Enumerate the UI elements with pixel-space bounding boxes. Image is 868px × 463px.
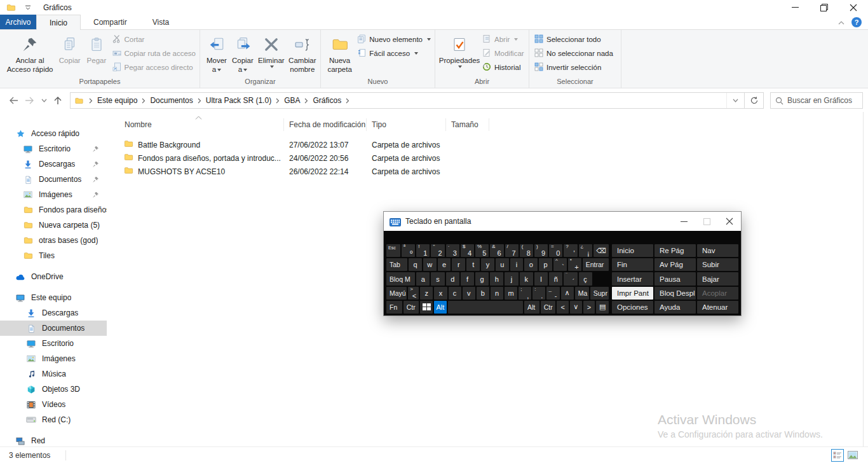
osk-key-alt[interactable]: Alt bbox=[434, 301, 447, 314]
select-none-button[interactable]: No seleccionar nada bbox=[534, 48, 613, 59]
osk-key-3[interactable]: ·3 bbox=[446, 244, 459, 257]
breadcrumb-item-este-equipo[interactable]: Este equipo bbox=[95, 96, 140, 105]
osk-key-q[interactable]: q bbox=[409, 258, 422, 271]
sidebar-item-documentos[interactable]: Documentos bbox=[0, 172, 107, 187]
sidebar-item-nueva-carpeta-5[interactable]: Nueva carpeta (5) bbox=[0, 218, 107, 233]
select-all-button[interactable]: Seleccionar todo bbox=[534, 34, 613, 45]
sidebar-item-este-equipo[interactable]: Este equipo bbox=[0, 290, 107, 305]
osk-key-ctr[interactable]: Ctr bbox=[541, 301, 556, 314]
osk-key-n[interactable]: n bbox=[491, 287, 503, 300]
column-header-tamano[interactable]: Tamaño bbox=[446, 118, 489, 131]
breadcrumb[interactable]: Este equipoDocumentosUltra Pack SR (1.0)… bbox=[70, 92, 745, 109]
sidebar-item-fondos-para-dise-os[interactable]: Fondos para diseños, bbox=[0, 202, 107, 218]
tab-vista[interactable]: Vista bbox=[140, 15, 182, 29]
tab-inicio[interactable]: Inicio bbox=[36, 15, 81, 30]
osk-key-b[interactable]: b bbox=[477, 287, 489, 300]
sidebar-item-m-sica[interactable]: Música bbox=[0, 366, 107, 382]
file-row-mugshots-by-acse10[interactable]: MUGSHOTS BY ACSE1026/06/2022 22:14Carpet… bbox=[124, 165, 863, 178]
sidebar-item-red-c[interactable]: Red (C:) bbox=[0, 412, 107, 427]
osk-key-item[interactable]: :. bbox=[532, 287, 545, 300]
osk-key-pausa[interactable]: Pausa bbox=[654, 272, 696, 285]
thumbnails-view-button[interactable] bbox=[846, 449, 859, 462]
osk-key-7[interactable]: /7 bbox=[505, 244, 519, 257]
forward-button[interactable] bbox=[22, 92, 38, 109]
osk-minimize-button[interactable] bbox=[672, 212, 695, 231]
sidebar-item-im-genes[interactable]: Imágenes bbox=[0, 351, 107, 366]
cut-button[interactable]: Cortar bbox=[112, 34, 196, 45]
osk-key-re-p-g[interactable]: Re Pág bbox=[654, 244, 696, 257]
osk-key-p[interactable]: p bbox=[539, 258, 552, 271]
search-input[interactable] bbox=[787, 96, 857, 105]
sidebar-item-onedrive[interactable]: OneDrive bbox=[0, 269, 107, 284]
edit-button[interactable]: Modificar bbox=[482, 48, 524, 59]
chevron-right-icon[interactable] bbox=[344, 98, 351, 104]
quick-access-toolbar-customize-icon[interactable] bbox=[22, 3, 34, 13]
column-header-fecha[interactable]: Fecha de modificación bbox=[284, 118, 367, 131]
sidebar-item-escritorio[interactable]: Escritorio bbox=[0, 336, 107, 351]
osk-key-supr[interactable]: Supr bbox=[590, 287, 609, 300]
osk-key-av-p-g[interactable]: Av Pág bbox=[654, 258, 696, 271]
help-icon[interactable]: ? bbox=[851, 17, 862, 27]
details-view-button[interactable] bbox=[831, 449, 844, 462]
history-button[interactable]: Historial bbox=[482, 62, 524, 73]
osk-key-item[interactable]: *+ bbox=[568, 258, 581, 271]
sidebar-item-descargas[interactable]: Descargas bbox=[0, 156, 107, 172]
copy-to-button[interactable]: Copiar a bbox=[229, 32, 256, 75]
osk-key-tab[interactable]: Tab bbox=[386, 258, 407, 271]
sidebar-item-v-deos[interactable]: Vídeos bbox=[0, 397, 107, 412]
osk-key-item[interactable]: ñ bbox=[549, 272, 562, 285]
osk-key-f[interactable]: f bbox=[461, 272, 474, 285]
sidebar-item-im-genes[interactable]: Imágenes bbox=[0, 187, 107, 202]
osk-key-z[interactable]: z bbox=[420, 287, 433, 300]
osk-key-item[interactable]: ;, bbox=[519, 287, 531, 300]
breadcrumb-item-gr-ficos[interactable]: Gráficos bbox=[310, 96, 344, 105]
osk-key-subir[interactable]: Subir bbox=[697, 258, 738, 271]
osk-key-item[interactable]: >< bbox=[408, 287, 419, 300]
osk-key-6[interactable]: &6 bbox=[490, 244, 503, 257]
chevron-right-icon[interactable] bbox=[140, 98, 147, 104]
open-button[interactable]: Abrir bbox=[482, 34, 524, 45]
osk-key-t[interactable]: t bbox=[466, 258, 480, 271]
osk-key-item[interactable]: ¿¡ bbox=[579, 244, 592, 257]
osk-key-insertar[interactable]: Insertar bbox=[612, 272, 653, 285]
osk-key-ma[interactable]: Ma bbox=[575, 287, 589, 300]
osk-key-s[interactable]: s bbox=[431, 272, 444, 285]
osk-key-o[interactable]: o bbox=[524, 258, 538, 271]
osk-key-m[interactable]: m bbox=[505, 287, 517, 300]
osk-key-9[interactable]: )9 bbox=[534, 244, 548, 257]
chevron-right-icon[interactable] bbox=[302, 98, 310, 104]
pin-to-quick-access-button[interactable]: Anclar al Acceso rápido bbox=[4, 32, 56, 75]
new-item-button[interactable]: Nuevo elemento bbox=[357, 34, 431, 45]
sidebar-item-acceso-r-pido[interactable]: Acceso rápido bbox=[0, 126, 107, 141]
osk-key-2[interactable]: "2 bbox=[431, 244, 444, 257]
osk-key-item[interactable]: ▤ bbox=[596, 301, 609, 314]
tab-compartir[interactable]: Compartir bbox=[81, 15, 140, 29]
osk-key-4[interactable]: $4 bbox=[461, 244, 474, 257]
sidebar-item-documentos[interactable]: Documentos bbox=[0, 321, 107, 336]
osk-key-h[interactable]: h bbox=[490, 272, 503, 285]
breadcrumb-item-ultra-pack-sr-1-0[interactable]: Ultra Pack SR (1.0) bbox=[203, 96, 274, 105]
refresh-icon[interactable] bbox=[745, 92, 764, 109]
osk-key-l[interactable]: l bbox=[534, 272, 548, 285]
osk-key-nav[interactable]: Nav bbox=[697, 244, 738, 257]
osk-key-acoplar[interactable]: Acoplar bbox=[697, 287, 738, 300]
sidebar-item-tiles[interactable]: Tiles bbox=[0, 248, 107, 263]
osk-key-1[interactable]: !1 bbox=[416, 244, 430, 257]
osk-key-i[interactable]: i bbox=[510, 258, 524, 271]
osk-key-y[interactable]: y bbox=[481, 258, 494, 271]
osk-key-j[interactable]: j bbox=[505, 272, 518, 285]
file-row-battle-background[interactable]: Battle Background27/06/2022 13:07Carpeta… bbox=[124, 138, 863, 151]
osk-key-c[interactable]: c bbox=[449, 287, 461, 300]
sidebar-item-escritorio[interactable]: Escritorio bbox=[0, 141, 107, 156]
column-header-tipo[interactable]: Tipo bbox=[367, 118, 446, 131]
osk-key-windows[interactable] bbox=[420, 301, 433, 314]
close-button[interactable] bbox=[839, 0, 868, 15]
osk-key-r[interactable]: r bbox=[452, 258, 465, 271]
osk-key-fin[interactable]: Fin bbox=[612, 258, 653, 271]
back-button[interactable] bbox=[5, 92, 22, 109]
delete-button[interactable]: Eliminar bbox=[256, 32, 287, 69]
osk-key-item[interactable]: ⌫ bbox=[593, 244, 609, 257]
osk-key-entrar[interactable]: Entrar bbox=[583, 258, 609, 271]
osk-key-ctr[interactable]: Ctr bbox=[403, 301, 419, 314]
sidebar-item-descargas[interactable]: Descargas bbox=[0, 305, 107, 321]
